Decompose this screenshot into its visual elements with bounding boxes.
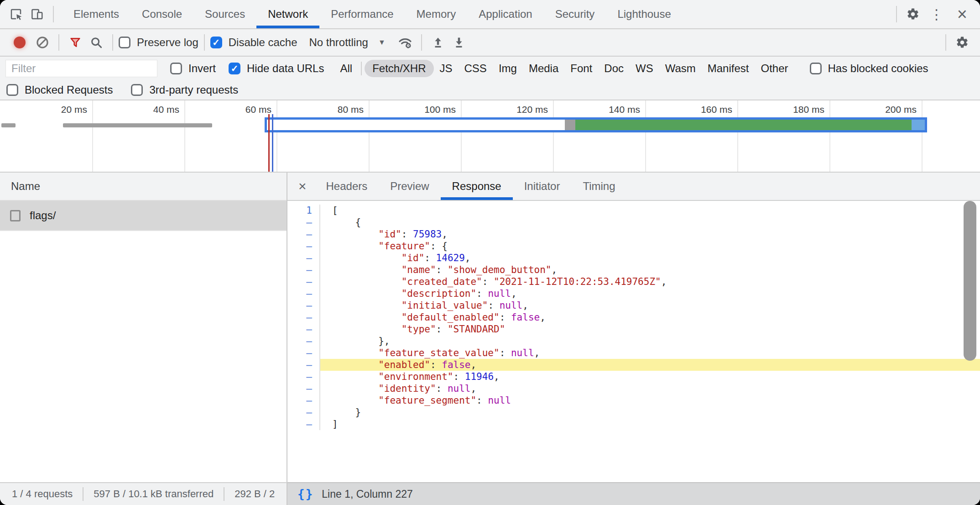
filter-type-js[interactable]: JS bbox=[434, 60, 459, 77]
network-overview-timeline[interactable]: 20 ms40 ms60 ms80 ms100 ms120 ms140 ms16… bbox=[0, 100, 980, 173]
fold-marker[interactable]: – bbox=[287, 418, 320, 430]
tab-network[interactable]: Network bbox=[256, 0, 319, 28]
filter-type-css[interactable]: CSS bbox=[459, 60, 493, 77]
name-column-header[interactable]: Name bbox=[0, 173, 287, 201]
request-timing-segment bbox=[575, 120, 912, 130]
disable-cache-checkbox[interactable]: ✓ Disable cache bbox=[210, 36, 297, 49]
fold-marker[interactable]: – bbox=[287, 276, 320, 288]
code-text: "environment": 11946, bbox=[320, 371, 980, 383]
checkbox-unchecked[interactable] bbox=[6, 84, 18, 96]
tab-lighthouse[interactable]: Lighthouse bbox=[606, 0, 682, 28]
details-tab-headers[interactable]: Headers bbox=[315, 173, 379, 200]
inspect-element-icon[interactable] bbox=[5, 4, 26, 25]
fold-marker[interactable]: – bbox=[287, 406, 320, 418]
code-text: "feature_state_value": null, bbox=[320, 347, 980, 359]
clear-network-log-icon[interactable] bbox=[32, 32, 53, 53]
export-har-icon[interactable] bbox=[448, 32, 469, 53]
invert-checkbox[interactable]: Invert bbox=[170, 62, 216, 75]
line-number[interactable]: 1 bbox=[287, 205, 320, 216]
fold-marker[interactable]: – bbox=[287, 264, 320, 276]
blocked-requests-checkbox[interactable]: Blocked Requests bbox=[6, 84, 113, 96]
filter-type-img[interactable]: Img bbox=[493, 60, 523, 77]
filter-type-font[interactable]: Font bbox=[564, 60, 598, 77]
filter-type-other[interactable]: Other bbox=[755, 60, 794, 77]
response-viewer: 1[– {– "id": 75983,– "feature": {– "id":… bbox=[287, 201, 980, 482]
checkbox-unchecked[interactable] bbox=[119, 37, 130, 48]
fold-marker[interactable]: – bbox=[287, 371, 320, 383]
checkbox-checked[interactable]: ✓ bbox=[210, 37, 222, 48]
tab-elements[interactable]: Elements bbox=[62, 0, 130, 28]
preserve-log-checkbox[interactable]: Preserve log bbox=[119, 36, 198, 49]
details-tab-initiator[interactable]: Initiator bbox=[513, 173, 572, 200]
checkbox-unchecked[interactable] bbox=[131, 84, 143, 96]
filter-type-manifest[interactable]: Manifest bbox=[702, 60, 755, 77]
fold-marker[interactable]: – bbox=[287, 347, 320, 359]
timeline-tick-label: 60 ms bbox=[180, 104, 271, 115]
close-details-icon[interactable]: × bbox=[290, 179, 315, 193]
fold-marker[interactable]: – bbox=[287, 228, 320, 240]
filter-type-ws[interactable]: WS bbox=[630, 60, 659, 77]
details-tab-timing[interactable]: Timing bbox=[571, 173, 626, 200]
network-settings-gear-icon[interactable] bbox=[952, 32, 973, 53]
search-icon[interactable] bbox=[86, 32, 107, 53]
checkbox-unchecked[interactable] bbox=[170, 63, 182, 74]
fold-marker[interactable]: – bbox=[287, 240, 320, 252]
fold-marker[interactable]: – bbox=[287, 252, 320, 264]
filter-type-all[interactable]: All bbox=[334, 60, 358, 77]
code-text-highlighted: "enabled": false, bbox=[320, 359, 980, 371]
filter-funnel-icon[interactable] bbox=[65, 32, 86, 53]
blocked-requests-label: Blocked Requests bbox=[25, 84, 113, 96]
settings-gear-icon[interactable] bbox=[902, 4, 923, 25]
filter-input[interactable] bbox=[5, 60, 157, 77]
has-blocked-cookies-checkbox[interactable]: Has blocked cookies bbox=[810, 62, 928, 75]
tab-console[interactable]: Console bbox=[130, 0, 193, 28]
checkbox-checked[interactable]: ✓ bbox=[229, 63, 240, 74]
record-network-log-button[interactable] bbox=[14, 37, 26, 48]
tab-sources[interactable]: Sources bbox=[193, 0, 256, 28]
filter-type-wasm[interactable]: Wasm bbox=[659, 60, 702, 77]
tab-memory[interactable]: Memory bbox=[405, 0, 468, 28]
table-row-request[interactable]: flags/ bbox=[0, 201, 287, 231]
scrollbar-thumb[interactable] bbox=[964, 201, 976, 361]
code-text: }, bbox=[320, 335, 980, 347]
filter-type-media[interactable]: Media bbox=[523, 60, 564, 77]
fold-marker[interactable]: – bbox=[287, 216, 320, 228]
code-text: "feature": { bbox=[320, 240, 980, 252]
fold-marker[interactable]: – bbox=[287, 335, 320, 347]
fold-marker[interactable]: – bbox=[287, 323, 320, 335]
filter-type-fetch-xhr[interactable]: Fetch/XHR bbox=[365, 60, 433, 77]
divider bbox=[58, 34, 59, 51]
tab-security[interactable]: Security bbox=[544, 0, 606, 28]
pretty-print-icon[interactable]: {} bbox=[297, 487, 313, 501]
close-devtools-icon[interactable]: × bbox=[950, 5, 975, 23]
checkbox-unchecked[interactable] bbox=[810, 63, 822, 74]
fold-marker[interactable]: – bbox=[287, 383, 320, 395]
status-item: 292 B / 2 bbox=[235, 488, 275, 500]
code-text: { bbox=[320, 216, 980, 228]
device-toolbar-icon[interactable] bbox=[26, 4, 47, 25]
divider bbox=[112, 34, 113, 51]
details-tab-preview[interactable]: Preview bbox=[379, 173, 440, 200]
fold-marker[interactable]: – bbox=[287, 300, 320, 311]
fold-marker[interactable]: – bbox=[287, 288, 320, 300]
more-options-kebab-icon[interactable]: ⋮ bbox=[923, 6, 950, 22]
code-line: – { bbox=[287, 216, 980, 228]
code-text: "initial_value": null, bbox=[320, 300, 980, 311]
filter-type-doc[interactable]: Doc bbox=[598, 60, 630, 77]
fold-marker[interactable]: – bbox=[287, 311, 320, 323]
tab-performance[interactable]: Performance bbox=[319, 0, 405, 28]
details-tab-response[interactable]: Response bbox=[441, 173, 513, 200]
page-event-line bbox=[272, 114, 273, 172]
code-line: – "name": "show_demo_button", bbox=[287, 264, 980, 276]
hide-data-urls-checkbox[interactable]: ✓ Hide data URLs bbox=[229, 62, 324, 75]
network-conditions-icon[interactable] bbox=[395, 32, 416, 53]
tab-application[interactable]: Application bbox=[467, 0, 543, 28]
fold-marker[interactable]: – bbox=[287, 359, 320, 371]
third-party-requests-checkbox[interactable]: 3rd-party requests bbox=[131, 84, 238, 96]
import-har-icon[interactable] bbox=[427, 32, 448, 53]
selected-request-bar[interactable] bbox=[265, 117, 927, 132]
hide-data-urls-label: Hide data URLs bbox=[247, 62, 324, 75]
fold-marker[interactable]: – bbox=[287, 395, 320, 406]
throttling-select[interactable]: No throttling ▼ bbox=[309, 36, 385, 49]
divider bbox=[421, 34, 422, 51]
